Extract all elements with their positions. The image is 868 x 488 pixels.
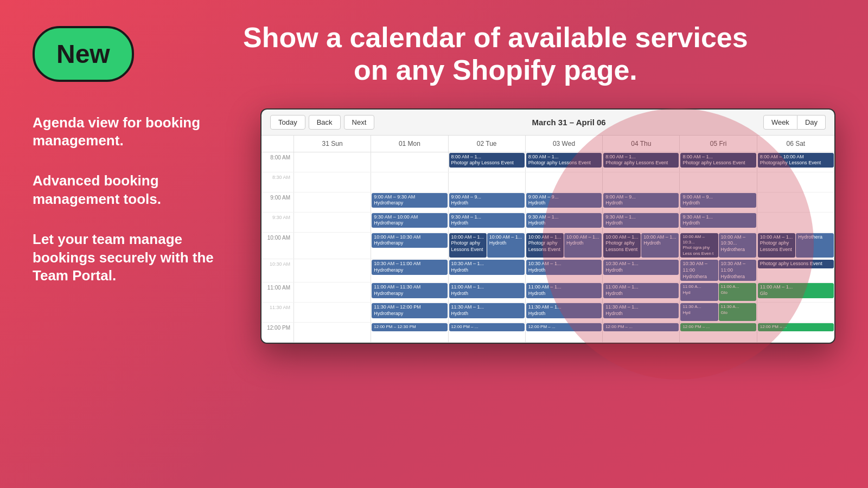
calendar-title: March 31 – April 06 — [378, 118, 760, 127]
time-label-1030: 10:30 AM — [261, 259, 294, 282]
header: New Show a calendar of available service… — [0, 0, 868, 98]
cell-05-900: 9:00 AM – 9...Hydroth — [680, 192, 757, 212]
event-03-1000a[interactable]: 10:00 AM – 1...Photogr aphy Lessons Even… — [526, 233, 564, 258]
event-03-1200[interactable]: 12:00 PM – ... — [526, 323, 602, 331]
event-01-1100[interactable]: 11:00 AM – 11:30 AMHydrotherapy — [372, 283, 447, 298]
event-05-1030a[interactable]: 10:30 AM – 11:00Hydrothera — [680, 260, 718, 281]
cell-03-930: 9:30 AM – 1...Hydroth — [526, 213, 603, 232]
calendar-header-row: 31 Sun 01 Mon 02 Tue 03 Wed 04 Thu 05 Fr… — [261, 136, 834, 152]
today-button[interactable]: Today — [270, 115, 305, 130]
event-02-900[interactable]: 9:00 AM – 9...Hydroth — [449, 193, 525, 208]
event-01-930[interactable]: 9:30 AM – 10:00 AMHydrotherapy — [372, 213, 447, 228]
event-04-1000b[interactable]: 10:00 AM – 1...Hydroth — [641, 233, 679, 258]
cell-04-900: 9:00 AM – 9...Hydroth — [603, 192, 680, 212]
time-row-800: 8:00 AM 8:00 AM – 1...Photogr aphy Lesso… — [261, 152, 834, 172]
event-01-1000[interactable]: 10:00 AM – 10:30 AMHydrotherapy — [372, 233, 447, 248]
event-03-1030[interactable]: 10:30 AM – 1...Hydroth — [526, 260, 602, 274]
day-view-button[interactable]: Day — [797, 115, 826, 130]
event-06-1200[interactable]: 12:00 PM – ... — [758, 323, 834, 331]
event-04-1030[interactable]: 10:30 AM – 1...Hydroth — [603, 260, 679, 274]
event-05-1130a[interactable]: 11:30 A...Hyd — [680, 303, 718, 321]
cell-01-1030: 10:30 AM – 11:00 AMHydrotherapy — [371, 259, 448, 282]
cell-04-1200: 12:00 PM – ... — [603, 323, 680, 342]
event-03-800[interactable]: 8:00 AM – 1...Photogr aphy Lessons Event — [526, 153, 602, 168]
time-label-1000: 10:00 AM — [261, 233, 294, 259]
event-01-1200[interactable]: 12:00 PM – 12:30 PM — [372, 323, 447, 331]
day-header-06: 06 Sat — [757, 136, 834, 152]
event-04-1130[interactable]: 11:30 AM – 1...Hydroth — [603, 303, 679, 318]
event-06-1000b[interactable]: Hydrothera — [796, 233, 834, 258]
event-04-1000a[interactable]: 10:00 AM – 1...Photogr aphy Lessons Even… — [603, 233, 641, 258]
event-05-900[interactable]: 9:00 AM – 9...Hydroth — [680, 193, 756, 208]
event-06-1100[interactable]: 11:00 AM – 1...Glo — [758, 283, 834, 298]
event-02-1000a[interactable]: 10:00 AM – 1...Photogr aphy Lessons Even… — [449, 233, 487, 258]
event-05-1030b[interactable]: 10:30 AM – 11:00Hydrothera — [719, 260, 756, 281]
event-06-800[interactable]: 8:00 AM – 10:00 AMPhotography Lessons Ev… — [758, 153, 834, 168]
event-05-800[interactable]: 8:00 AM – 1...Photogr aphy Lessons Event — [680, 153, 756, 168]
time-label-1200: 12:00 PM — [261, 323, 294, 342]
cell-03-1200: 12:00 PM – ... — [526, 323, 603, 342]
back-button[interactable]: Back — [309, 115, 341, 130]
day-header-01: 01 Mon — [371, 136, 448, 152]
cell-05-1130: 11:30 A...Hyd 11:30 A...Glo — [680, 303, 757, 322]
cell-02-800: 8:00 AM – 1...Photogr aphy Lessons Event — [449, 152, 526, 172]
event-06-1000a[interactable]: 10:00 AM – 1...Photogr aphy Lessons Even… — [758, 233, 796, 258]
cell-04-930: 9:30 AM – 1...Hydroth — [603, 213, 680, 232]
cell-03-800: 8:00 AM – 1...Photogr aphy Lessons Event — [526, 152, 603, 172]
event-02-1100[interactable]: 11:00 AM – 1...Hydroth — [449, 283, 525, 298]
cell-01-1100: 11:00 AM – 11:30 AMHydrotherapy — [371, 282, 448, 302]
event-01-900[interactable]: 9:00 AM – 9:30 AMHydrotherapy — [372, 193, 447, 208]
cell-05-930: 9:30 AM – 1...Hydroth — [680, 213, 757, 232]
event-05-930[interactable]: 9:30 AM – 1...Hydroth — [680, 213, 756, 228]
main-content: Agenda view for booking management. Adva… — [0, 98, 868, 355]
new-badge: New — [33, 26, 134, 82]
time-row-900: 9:00 AM 9:00 AM – 9:30 AMHydrotherapy 9:… — [261, 192, 834, 213]
cell-05-800: 8:00 AM – 1...Photogr aphy Lessons Event — [680, 152, 757, 172]
time-row-930: 9:30 AM 9:30 AM – 10:00 AMHydrotherapy 9… — [261, 213, 834, 233]
cell-02-930: 9:30 AM – 1...Hydroth — [449, 213, 526, 232]
event-02-800[interactable]: 8:00 AM – 1...Photogr aphy Lessons Event — [449, 153, 525, 168]
cell-03-900: 9:00 AM – 9...Hydroth — [526, 192, 603, 212]
event-03-1000b[interactable]: 10:00 AM – 1...Hydroth — [564, 233, 602, 258]
time-label-930: 9:30 AM — [261, 213, 294, 232]
cell-06-1100: 11:00 AM – 1...Glo — [757, 282, 834, 302]
time-label-1130: 11:30 AM — [261, 303, 294, 322]
calendar-toolbar: Today Back Next March 31 – April 06 Week… — [261, 110, 834, 136]
cell-03-1100: 11:00 AM – 1...Hydroth — [526, 282, 603, 302]
event-04-800[interactable]: 8:00 AM – 1...Photogr aphy Lessons Event — [603, 153, 679, 168]
event-05-1100b[interactable]: 11:00 A...Glo — [719, 283, 756, 301]
time-row-1030: 10:30 AM 10:30 AM – 11:00 AMHydrotherapy… — [261, 259, 834, 282]
cell-02-1200: 12:00 PM – ... — [449, 323, 526, 342]
day-header-04: 04 Thu — [603, 136, 680, 152]
event-03-1100[interactable]: 11:00 AM – 1...Hydroth — [526, 283, 602, 298]
day-header-02: 02 Tue — [449, 136, 526, 152]
event-01-1130[interactable]: 11:30 AM – 12:00 PMHydrotherapy — [372, 303, 447, 318]
time-row-1130: 11:30 AM 11:30 AM – 12:00 PMHydrotherapy… — [261, 303, 834, 323]
event-02-930[interactable]: 9:30 AM – 1...Hydroth — [449, 213, 525, 228]
event-05-1200[interactable]: 12:00 PM – ... — [680, 323, 756, 331]
event-02-1200[interactable]: 12:00 PM – ... — [449, 323, 525, 331]
cell-05-1000: 10:00 AM – 10:3...Phot ogra phy Less ons… — [680, 233, 757, 259]
week-view-button[interactable]: Week — [763, 115, 797, 130]
event-04-930[interactable]: 9:30 AM – 1...Hydroth — [603, 213, 679, 228]
cell-01-900: 9:00 AM – 9:30 AMHydrotherapy — [371, 192, 448, 212]
event-04-1200[interactable]: 12:00 PM – ... — [603, 323, 679, 331]
event-04-1100[interactable]: 11:00 AM – 1...Hydroth — [603, 283, 679, 298]
event-03-930[interactable]: 9:30 AM – 1...Hydroth — [526, 213, 602, 228]
next-button[interactable]: Next — [344, 115, 375, 130]
event-02-1030[interactable]: 10:30 AM – 1...Hydroth — [449, 260, 525, 274]
event-04-900[interactable]: 9:00 AM – 9...Hydroth — [603, 193, 679, 208]
event-02-1130[interactable]: 11:30 AM – 1...Hydroth — [449, 303, 525, 318]
event-05-1000b[interactable]: 10:00 AM – 10:30...Hydrothera — [719, 233, 756, 258]
day-header-05: 05 Fri — [680, 136, 757, 152]
cell-05-1030: 10:30 AM – 11:00Hydrothera 10:30 AM – 11… — [680, 259, 757, 282]
event-03-900[interactable]: 9:00 AM – 9...Hydroth — [526, 193, 602, 208]
event-03-1130[interactable]: 11:30 AM – 1...Hydroth — [526, 303, 602, 318]
event-05-1130b[interactable]: 11:30 A...Glo — [719, 303, 756, 321]
event-05-1100a[interactable]: 11:00 A...Hyd — [680, 283, 718, 301]
event-06-1030[interactable]: Photogr aphy Lessons Event — [758, 260, 834, 268]
event-01-1030[interactable]: 10:30 AM – 11:00 AMHydrotherapy — [372, 260, 447, 274]
event-02-1000b[interactable]: 10:00 AM – 1...Hydroth — [487, 233, 525, 258]
left-column: Agenda view for booking management. Adva… — [33, 108, 228, 307]
event-05-1000a[interactable]: 10:00 AM – 10:3...Phot ogra phy Less ons… — [680, 233, 718, 258]
